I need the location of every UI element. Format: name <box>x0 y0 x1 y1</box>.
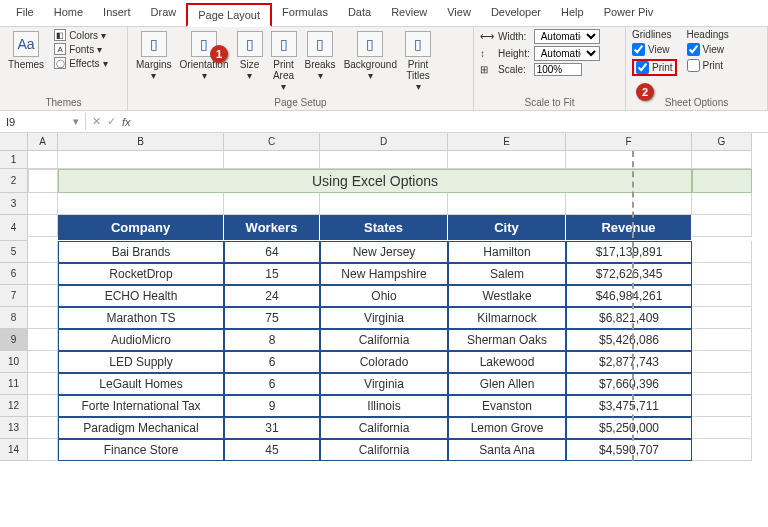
tab-developer[interactable]: Developer <box>481 2 551 26</box>
scale-input[interactable] <box>534 63 582 76</box>
table-cell[interactable]: $2,877,743 <box>566 351 692 373</box>
row-header-2[interactable]: 2 <box>0 169 28 193</box>
enter-icon[interactable]: ✓ <box>107 115 116 128</box>
table-header[interactable]: Workers <box>224 215 320 241</box>
headings-print-checkbox[interactable]: Print <box>687 59 729 72</box>
cell[interactable] <box>692 169 752 193</box>
cell[interactable] <box>28 193 58 215</box>
table-cell[interactable]: LED Supply <box>58 351 224 373</box>
row-header-6[interactable]: 6 <box>0 263 28 285</box>
table-cell[interactable]: $4,590,707 <box>566 439 692 461</box>
table-cell[interactable]: Westlake <box>448 285 566 307</box>
col-header-A[interactable]: A <box>28 133 58 151</box>
cell[interactable] <box>28 417 58 439</box>
cell[interactable] <box>692 215 752 237</box>
table-cell[interactable]: New Hampshire <box>320 263 448 285</box>
cell[interactable] <box>28 263 58 285</box>
cell[interactable] <box>448 151 566 169</box>
table-cell[interactable]: Colorado <box>320 351 448 373</box>
table-cell[interactable]: $72,626,345 <box>566 263 692 285</box>
themes-button[interactable]: Aa Themes <box>6 29 46 72</box>
colors-button[interactable]: ◧Colors ▾ <box>54 29 107 41</box>
name-box[interactable]: I9▾ <box>0 113 86 130</box>
cell[interactable] <box>28 169 58 193</box>
table-cell[interactable]: Hamilton <box>448 241 566 263</box>
row-header-4[interactable]: 4 <box>0 215 28 241</box>
cell[interactable] <box>448 193 566 215</box>
cell[interactable] <box>58 151 224 169</box>
table-cell[interactable]: 8 <box>224 329 320 351</box>
table-cell[interactable]: $6,821,409 <box>566 307 692 329</box>
table-cell[interactable]: AudioMicro <box>58 329 224 351</box>
tab-review[interactable]: Review <box>381 2 437 26</box>
height-select[interactable]: Automatic <box>534 46 600 61</box>
size-button[interactable]: ▯Size▾ <box>235 29 265 83</box>
table-cell[interactable]: $46,984,261 <box>566 285 692 307</box>
cell[interactable] <box>28 373 58 395</box>
row-header-10[interactable]: 10 <box>0 351 28 373</box>
table-cell[interactable]: Marathon TS <box>58 307 224 329</box>
col-header-D[interactable]: D <box>320 133 448 151</box>
cell[interactable] <box>566 193 692 215</box>
print-titles-button[interactable]: ▯PrintTitles▾ <box>403 29 433 94</box>
table-cell[interactable]: Lakewood <box>448 351 566 373</box>
headings-view-checkbox[interactable]: View <box>687 43 729 56</box>
table-cell[interactable]: 64 <box>224 241 320 263</box>
cell[interactable] <box>692 307 752 329</box>
tab-page-layout[interactable]: Page Layout <box>186 3 272 27</box>
table-cell[interactable]: Paradigm Mechanical <box>58 417 224 439</box>
table-cell[interactable]: ECHO Health <box>58 285 224 307</box>
table-cell[interactable]: 9 <box>224 395 320 417</box>
tab-draw[interactable]: Draw <box>141 2 187 26</box>
cell[interactable] <box>320 193 448 215</box>
col-header-E[interactable]: E <box>448 133 566 151</box>
table-header[interactable]: Company <box>58 215 224 241</box>
tab-data[interactable]: Data <box>338 2 381 26</box>
table-cell[interactable]: Bai Brands <box>58 241 224 263</box>
table-cell[interactable]: 45 <box>224 439 320 461</box>
table-header[interactable]: Revenue <box>566 215 692 241</box>
cell[interactable] <box>692 193 752 215</box>
cancel-icon[interactable]: ✕ <box>92 115 101 128</box>
cell[interactable] <box>692 439 752 461</box>
row-header-13[interactable]: 13 <box>0 417 28 439</box>
cell[interactable] <box>58 193 224 215</box>
table-cell[interactable]: 24 <box>224 285 320 307</box>
cell[interactable] <box>692 329 752 351</box>
row-header-1[interactable]: 1 <box>0 151 28 169</box>
gridlines-print-checkbox[interactable]: Print <box>632 59 677 76</box>
gridlines-view-checkbox[interactable]: View <box>632 43 677 56</box>
cell[interactable] <box>224 193 320 215</box>
table-cell[interactable]: Forte International Tax <box>58 395 224 417</box>
cell[interactable] <box>28 307 58 329</box>
cell[interactable] <box>566 151 692 169</box>
cell[interactable] <box>692 263 752 285</box>
table-cell[interactable]: New Jersey <box>320 241 448 263</box>
cell[interactable] <box>28 241 58 263</box>
cell[interactable] <box>692 241 752 263</box>
table-cell[interactable]: California <box>320 329 448 351</box>
table-cell[interactable]: Sherman Oaks <box>448 329 566 351</box>
effects-button[interactable]: ◯Effects ▾ <box>54 57 107 69</box>
row-header-14[interactable]: 14 <box>0 439 28 461</box>
col-header-B[interactable]: B <box>58 133 224 151</box>
table-cell[interactable]: 6 <box>224 373 320 395</box>
col-header-G[interactable]: G <box>692 133 752 151</box>
tab-formulas[interactable]: Formulas <box>272 2 338 26</box>
table-cell[interactable]: Ohio <box>320 285 448 307</box>
cell[interactable] <box>692 417 752 439</box>
row-header-8[interactable]: 8 <box>0 307 28 329</box>
fx-icon[interactable]: fx <box>122 116 131 128</box>
cell[interactable] <box>28 151 58 169</box>
table-cell[interactable]: Finance Store <box>58 439 224 461</box>
row-header-7[interactable]: 7 <box>0 285 28 307</box>
cell[interactable] <box>28 351 58 373</box>
table-cell[interactable]: Salem <box>448 263 566 285</box>
row-header-3[interactable]: 3 <box>0 193 28 215</box>
row-header-9[interactable]: 9 <box>0 329 28 351</box>
select-all-button[interactable] <box>0 133 28 151</box>
table-cell[interactable]: Santa Ana <box>448 439 566 461</box>
table-cell[interactable]: California <box>320 439 448 461</box>
table-cell[interactable]: 15 <box>224 263 320 285</box>
table-cell[interactable]: $5,250,000 <box>566 417 692 439</box>
